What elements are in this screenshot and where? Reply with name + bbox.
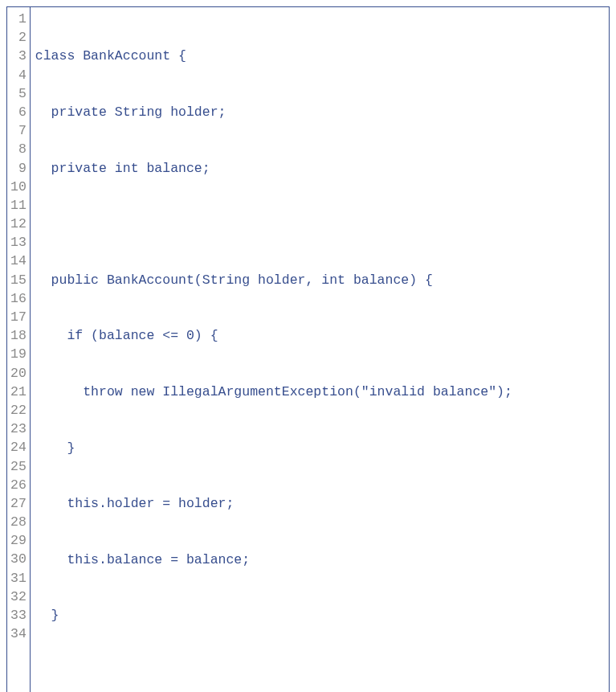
line-number: 17 [10,308,27,326]
line-number: 15 [10,271,27,289]
code-block: 1 2 3 4 5 6 7 8 9 10 11 12 13 14 15 16 1… [6,6,610,692]
line-number: 20 [10,364,27,383]
line-number: 13 [10,233,27,252]
line-number: 4 [10,66,27,84]
code-line: public BankAccount(String holder, int ba… [35,271,512,289]
line-number: 10 [10,178,27,196]
line-number: 34 [10,624,27,643]
code-line: private String holder; [35,103,512,121]
line-number: 2 [10,28,27,47]
code-line: } [35,439,512,457]
line-number: 32 [10,588,27,606]
code-line: this.holder = holder; [35,494,512,513]
line-number: 19 [10,345,27,363]
code-line [35,215,512,233]
line-number: 12 [10,215,27,233]
code-line: throw new IllegalArgumentException("inva… [35,383,512,401]
line-number: 6 [10,103,27,121]
line-number: 9 [10,159,27,178]
line-number: 24 [10,438,27,457]
line-number: 3 [10,47,27,65]
line-number: 22 [10,401,27,420]
line-number: 26 [10,476,27,494]
line-number: 8 [10,140,27,158]
line-number: 11 [10,196,27,215]
line-number: 16 [10,289,27,308]
code-content: class BankAccount { private String holde… [31,7,517,692]
line-number: 33 [10,606,27,624]
line-number: 18 [10,326,27,345]
line-number: 7 [10,121,27,140]
line-number: 5 [10,84,27,103]
line-number: 31 [10,569,27,588]
line-number: 23 [10,420,27,438]
code-line: private int balance; [35,159,512,178]
line-number-gutter: 1 2 3 4 5 6 7 8 9 10 11 12 13 14 15 16 1… [7,7,31,692]
line-number: 27 [10,494,27,513]
line-number: 21 [10,383,27,401]
line-number: 28 [10,513,27,531]
code-line: class BankAccount { [35,47,512,65]
line-number: 14 [10,252,27,270]
line-number: 29 [10,531,27,550]
code-line [35,662,512,681]
code-line: } [35,606,512,624]
line-number: 1 [10,10,27,28]
code-line: if (balance <= 0) { [35,326,512,345]
line-number: 25 [10,457,27,476]
line-number: 30 [10,550,27,568]
code-line: this.balance = balance; [35,551,512,569]
